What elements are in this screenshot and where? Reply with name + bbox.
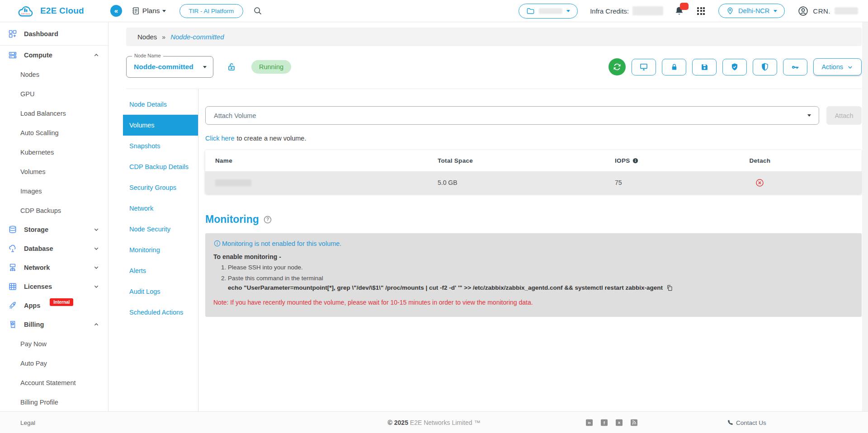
tab-monitoring[interactable]: Monitoring <box>123 240 198 260</box>
top-bar: E2E Cloud E2E Cloud « Plans TIR - AI Pla… <box>0 0 868 22</box>
sidebar-item-storage[interactable]: Storage <box>0 220 108 239</box>
sidebar-item-volumes[interactable]: Volumes <box>0 162 108 181</box>
node-tabs: Node Details Volumes Snapshots CDP Backu… <box>123 89 198 411</box>
tab-node-details[interactable]: Node Details <box>123 94 198 115</box>
infra-credits: Infra Credits: <box>590 6 663 15</box>
sidebar-item-apps[interactable]: Apps Internal <box>0 296 108 315</box>
brand-logo[interactable]: E2E Cloud E2E Cloud <box>15 3 84 19</box>
security-check-button[interactable] <box>722 59 747 75</box>
sidebar-item-auto-pay[interactable]: Auto Pay <box>0 353 108 373</box>
security-groups-button[interactable] <box>753 59 777 75</box>
apps-grid-icon[interactable] <box>697 7 705 15</box>
node-select-value: Nodde-committed <box>134 63 203 71</box>
lock-node-button[interactable] <box>662 59 686 75</box>
monitoring-step-2: Paste this command in the terminal echo … <box>228 274 853 292</box>
crn-label: CRN. <box>813 7 830 15</box>
tir-ai-platform-button[interactable]: TIR - AI Platform <box>179 4 244 18</box>
sidebar-collapse-button[interactable]: « <box>110 5 122 17</box>
sidebar-item-nodes[interactable]: Nodes <box>0 65 108 84</box>
breadcrumb-nodes-link[interactable]: Nodes <box>137 33 157 41</box>
plans-menu[interactable]: Plans <box>131 6 166 15</box>
tab-cdp-backup-details[interactable]: CDP Backup Details <box>123 156 198 177</box>
sidebar-item-cdp-backups[interactable]: CDP Backups <box>0 201 108 220</box>
sidebar-item-network[interactable]: Network <box>0 258 108 277</box>
legal-link[interactable]: Legal <box>20 419 35 426</box>
sidebar-item-dashboard[interactable]: Dashboard <box>0 22 108 46</box>
search-icon[interactable] <box>253 6 263 16</box>
sidebar-item-load-balancers[interactable]: Load Balancers <box>0 104 108 123</box>
location-pin-icon <box>726 7 734 15</box>
save-image-button[interactable] <box>692 59 717 75</box>
unlock-icon[interactable] <box>226 62 236 72</box>
sidebar-item-kubernetes[interactable]: Kubernetes <box>0 142 108 162</box>
phone-icon <box>727 419 734 426</box>
redacted-project-name <box>539 8 562 14</box>
tab-network[interactable]: Network <box>123 198 198 219</box>
tab-audit-logs[interactable]: Audit Logs <box>123 281 198 302</box>
folder-icon <box>526 7 535 15</box>
node-name-select[interactable]: Node Name Nodde-committed <box>126 56 213 78</box>
volumes-panel: Attach Volume Attach Click hereto create… <box>198 89 868 411</box>
tab-volumes[interactable]: Volumes <box>123 115 198 136</box>
sidebar-item-billing-profile[interactable]: Billing Profile <box>0 392 108 411</box>
region-selector[interactable]: Delhi-NCR <box>718 4 785 18</box>
svg-text:$: $ <box>12 322 13 325</box>
scrollbar-track[interactable] <box>862 22 868 411</box>
sidebar-item-compute[interactable]: Compute <box>0 46 108 65</box>
sidebar-label: Network <box>24 264 50 271</box>
attach-button[interactable]: Attach <box>826 106 862 125</box>
create-volume-link[interactable]: Click here <box>205 135 234 142</box>
tab-snapshots[interactable]: Snapshots <box>123 136 198 156</box>
chevron-down-icon <box>162 10 166 12</box>
infra-credits-label: Infra Credits: <box>590 7 629 15</box>
volume-name-cell <box>205 179 438 186</box>
sidebar-item-images[interactable]: Images <box>0 181 108 201</box>
tab-alerts[interactable]: Alerts <box>123 260 198 281</box>
volume-table-row: 5.0 GB 75 <box>205 171 862 194</box>
sidebar-item-billing[interactable]: $ Billing <box>0 315 108 334</box>
refresh-icon <box>613 62 622 71</box>
project-selector[interactable] <box>519 4 578 19</box>
sidebar-item-gpu[interactable]: GPU <box>0 84 108 104</box>
ssh-key-button[interactable] <box>783 59 807 75</box>
copyright-year: © 2025 <box>388 419 408 426</box>
sidebar-item-database[interactable]: Database <box>0 239 108 258</box>
svg-text:?: ? <box>266 217 269 222</box>
help-icon[interactable]: ? <box>263 215 272 224</box>
console-button[interactable] <box>632 59 656 75</box>
sidebar-item-account-statement[interactable]: Account Statement <box>0 373 108 392</box>
monitoring-command-line: echo "UserParameter=mountpoint[*], grep … <box>228 283 853 292</box>
cloud-logo-icon: E2E Cloud <box>15 3 36 19</box>
redacted-crn-value <box>835 7 858 14</box>
breadcrumb: Nodes » Nodde-committed <box>126 28 862 46</box>
linkedin-icon[interactable]: in <box>586 419 593 426</box>
header-iops: IOPS <box>615 157 658 164</box>
rss-icon[interactable] <box>631 419 637 426</box>
sidebar-label: Licenses <box>24 283 52 290</box>
x-twitter-icon[interactable]: X <box>616 419 623 426</box>
detach-icon[interactable] <box>755 178 764 188</box>
info-icon[interactable] <box>632 157 639 164</box>
contact-us-link[interactable]: Contact Us <box>727 419 766 426</box>
compute-icon <box>8 51 17 60</box>
copy-icon[interactable] <box>666 284 673 292</box>
monitoring-step-1: Please SSH into your node. <box>228 263 853 272</box>
sidebar-item-licenses[interactable]: Licenses <box>0 277 108 296</box>
sidebar-item-auto-scalling[interactable]: Auto Scalling <box>0 123 108 142</box>
facebook-icon[interactable]: f <box>601 419 608 426</box>
save-icon <box>700 63 709 71</box>
company-name: E2E Networks Limited ™ <box>410 419 481 426</box>
node-detail-content: Node Details Volumes Snapshots CDP Backu… <box>123 89 868 411</box>
actions-dropdown-button[interactable]: Actions <box>813 58 862 75</box>
tab-security-groups[interactable]: Security Groups <box>123 177 198 198</box>
attach-volume-select[interactable]: Attach Volume <box>205 106 819 125</box>
refresh-button[interactable] <box>609 58 626 75</box>
user-account[interactable]: CRN. <box>797 5 858 17</box>
tab-node-security[interactable]: Node Security <box>123 219 198 240</box>
notifications-button[interactable] <box>674 6 684 16</box>
redacted-volume-name <box>215 179 251 186</box>
tab-scheduled-actions[interactable]: Scheduled Actions <box>123 302 198 323</box>
sidebar-item-pay-now[interactable]: Pay Now <box>0 334 108 353</box>
actions-label: Actions <box>821 63 843 71</box>
attach-volume-placeholder: Attach Volume <box>214 112 256 119</box>
